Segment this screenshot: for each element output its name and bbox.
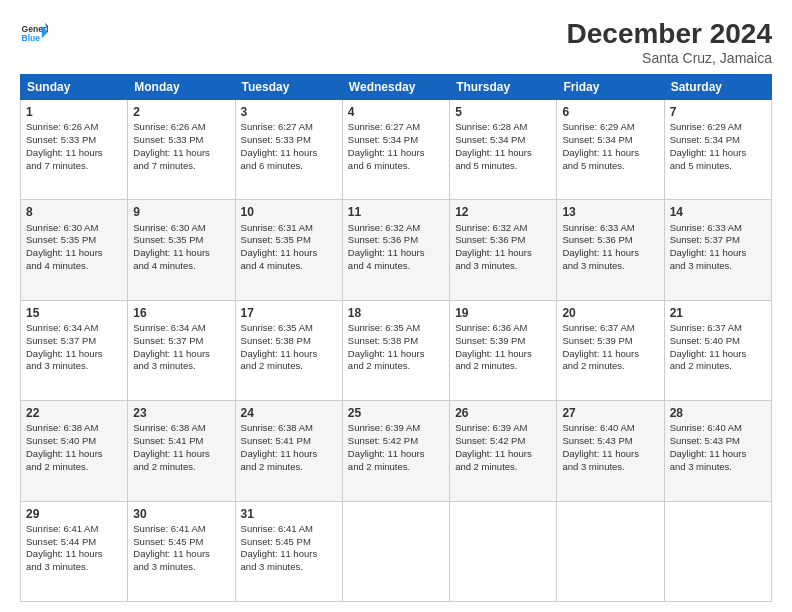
day-info-line: Sunrise: 6:30 AM <box>26 222 122 235</box>
day-info-line: Daylight: 11 hours <box>26 147 122 160</box>
day-number: 25 <box>348 405 444 421</box>
calendar-day-cell: 22Sunrise: 6:38 AMSunset: 5:40 PMDayligh… <box>21 401 128 501</box>
day-info-line: and 3 minutes. <box>562 260 658 273</box>
day-number: 29 <box>26 506 122 522</box>
day-info-line: Sunset: 5:42 PM <box>455 435 551 448</box>
day-number: 9 <box>133 204 229 220</box>
day-info-line: Sunset: 5:37 PM <box>26 335 122 348</box>
calendar-table: SundayMondayTuesdayWednesdayThursdayFrid… <box>20 74 772 602</box>
day-info-line: Sunrise: 6:29 AM <box>562 121 658 134</box>
day-number: 12 <box>455 204 551 220</box>
day-info-line: Sunset: 5:33 PM <box>241 134 337 147</box>
day-info-line: and 6 minutes. <box>241 160 337 173</box>
calendar-header-cell: Tuesday <box>235 75 342 100</box>
day-info-line: Daylight: 11 hours <box>670 348 766 361</box>
day-info-line: and 2 minutes. <box>26 461 122 474</box>
day-number: 26 <box>455 405 551 421</box>
day-info-line: Daylight: 11 hours <box>562 147 658 160</box>
day-info-line: Sunset: 5:34 PM <box>455 134 551 147</box>
calendar-day-cell <box>557 501 664 601</box>
day-info-line: Sunrise: 6:41 AM <box>133 523 229 536</box>
calendar-header-cell: Saturday <box>664 75 771 100</box>
calendar-day-cell: 23Sunrise: 6:38 AMSunset: 5:41 PMDayligh… <box>128 401 235 501</box>
day-info-line: Sunrise: 6:38 AM <box>241 422 337 435</box>
title-block: December 2024 Santa Cruz, Jamaica <box>567 18 772 66</box>
day-info-line: Sunset: 5:38 PM <box>348 335 444 348</box>
calendar-day-cell: 2Sunrise: 6:26 AMSunset: 5:33 PMDaylight… <box>128 100 235 200</box>
day-info-line: Sunrise: 6:26 AM <box>133 121 229 134</box>
day-info-line: Daylight: 11 hours <box>455 247 551 260</box>
day-info-line: and 3 minutes. <box>26 561 122 574</box>
calendar-day-cell: 4Sunrise: 6:27 AMSunset: 5:34 PMDaylight… <box>342 100 449 200</box>
day-info-line: and 2 minutes. <box>670 360 766 373</box>
day-info-line: Daylight: 11 hours <box>455 147 551 160</box>
calendar-day-cell: 6Sunrise: 6:29 AMSunset: 5:34 PMDaylight… <box>557 100 664 200</box>
day-info-line: Sunrise: 6:32 AM <box>348 222 444 235</box>
day-info-line: Daylight: 11 hours <box>562 448 658 461</box>
calendar-day-cell: 30Sunrise: 6:41 AMSunset: 5:45 PMDayligh… <box>128 501 235 601</box>
day-info-line: Sunset: 5:38 PM <box>241 335 337 348</box>
day-info-line: and 4 minutes. <box>348 260 444 273</box>
calendar-week-row: 15Sunrise: 6:34 AMSunset: 5:37 PMDayligh… <box>21 300 772 400</box>
day-info-line: and 3 minutes. <box>133 360 229 373</box>
day-info-line: Sunrise: 6:28 AM <box>455 121 551 134</box>
day-info-line: Sunset: 5:35 PM <box>133 234 229 247</box>
svg-text:Blue: Blue <box>22 33 41 43</box>
day-info-line: Sunset: 5:35 PM <box>26 234 122 247</box>
day-info-line: Sunrise: 6:39 AM <box>455 422 551 435</box>
calendar-day-cell: 19Sunrise: 6:36 AMSunset: 5:39 PMDayligh… <box>450 300 557 400</box>
day-info-line: Sunrise: 6:33 AM <box>562 222 658 235</box>
day-info-line: Sunrise: 6:27 AM <box>241 121 337 134</box>
day-info-line: Daylight: 11 hours <box>348 348 444 361</box>
day-info-line: and 2 minutes. <box>455 461 551 474</box>
day-info-line: Sunrise: 6:36 AM <box>455 322 551 335</box>
day-number: 24 <box>241 405 337 421</box>
day-info-line: Daylight: 11 hours <box>348 147 444 160</box>
day-info-line: Sunrise: 6:34 AM <box>26 322 122 335</box>
calendar-day-cell: 1Sunrise: 6:26 AMSunset: 5:33 PMDaylight… <box>21 100 128 200</box>
day-info-line: Daylight: 11 hours <box>348 448 444 461</box>
subtitle: Santa Cruz, Jamaica <box>567 50 772 66</box>
calendar-day-cell: 5Sunrise: 6:28 AMSunset: 5:34 PMDaylight… <box>450 100 557 200</box>
calendar-day-cell: 29Sunrise: 6:41 AMSunset: 5:44 PMDayligh… <box>21 501 128 601</box>
day-info-line: Daylight: 11 hours <box>26 247 122 260</box>
day-info-line: Sunset: 5:33 PM <box>133 134 229 147</box>
day-info-line: Sunset: 5:39 PM <box>562 335 658 348</box>
day-info-line: Sunset: 5:35 PM <box>241 234 337 247</box>
calendar-day-cell: 7Sunrise: 6:29 AMSunset: 5:34 PMDaylight… <box>664 100 771 200</box>
calendar-day-cell <box>664 501 771 601</box>
day-info-line: and 2 minutes. <box>348 461 444 474</box>
day-info-line: Daylight: 11 hours <box>670 448 766 461</box>
day-info-line: Sunrise: 6:32 AM <box>455 222 551 235</box>
day-info-line: and 5 minutes. <box>562 160 658 173</box>
calendar-header-row: SundayMondayTuesdayWednesdayThursdayFrid… <box>21 75 772 100</box>
day-number: 28 <box>670 405 766 421</box>
calendar-body: 1Sunrise: 6:26 AMSunset: 5:33 PMDaylight… <box>21 100 772 602</box>
day-info-line: Sunrise: 6:37 AM <box>670 322 766 335</box>
day-info-line: Sunrise: 6:27 AM <box>348 121 444 134</box>
day-number: 23 <box>133 405 229 421</box>
day-info-line: Sunset: 5:34 PM <box>348 134 444 147</box>
day-number: 27 <box>562 405 658 421</box>
day-info-line: Sunset: 5:37 PM <box>670 234 766 247</box>
day-info-line: Sunset: 5:34 PM <box>670 134 766 147</box>
day-info-line: Sunset: 5:41 PM <box>241 435 337 448</box>
day-info-line: Daylight: 11 hours <box>133 548 229 561</box>
day-number: 5 <box>455 104 551 120</box>
day-info-line: and 2 minutes. <box>241 461 337 474</box>
day-info-line: Sunset: 5:42 PM <box>348 435 444 448</box>
day-info-line: Daylight: 11 hours <box>133 448 229 461</box>
calendar-day-cell: 8Sunrise: 6:30 AMSunset: 5:35 PMDaylight… <box>21 200 128 300</box>
day-number: 2 <box>133 104 229 120</box>
calendar-header-cell: Thursday <box>450 75 557 100</box>
day-info-line: Daylight: 11 hours <box>241 448 337 461</box>
day-info-line: Daylight: 11 hours <box>133 147 229 160</box>
day-info-line: Daylight: 11 hours <box>133 247 229 260</box>
page: General Blue December 2024 Santa Cruz, J… <box>0 0 792 612</box>
day-info-line: and 2 minutes. <box>241 360 337 373</box>
header: General Blue December 2024 Santa Cruz, J… <box>20 18 772 66</box>
day-info-line: Daylight: 11 hours <box>455 348 551 361</box>
day-number: 14 <box>670 204 766 220</box>
calendar-day-cell <box>342 501 449 601</box>
day-number: 22 <box>26 405 122 421</box>
